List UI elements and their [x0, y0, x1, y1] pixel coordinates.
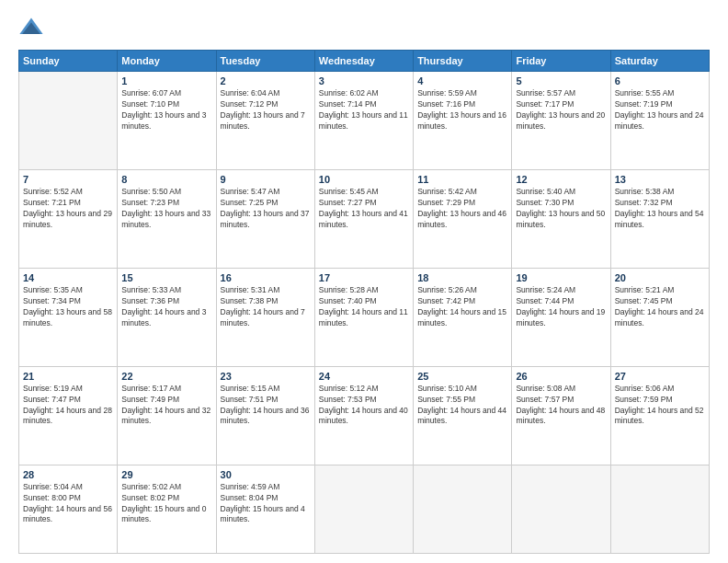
day-info: Sunrise: 5:08 AMSunset: 7:57 PMDaylight:… — [516, 384, 606, 428]
calendar-cell: 9Sunrise: 5:47 AMSunset: 7:25 PMDaylight… — [216, 169, 314, 268]
day-info: Sunrise: 5:28 AMSunset: 7:40 PMDaylight:… — [319, 285, 409, 329]
day-number: 28 — [23, 469, 113, 480]
calendar-cell: 17Sunrise: 5:28 AMSunset: 7:40 PMDayligh… — [314, 268, 413, 366]
calendar-cell: 16Sunrise: 5:31 AMSunset: 7:38 PMDayligh… — [216, 268, 314, 366]
day-info: Sunrise: 5:35 AMSunset: 7:34 PMDaylight:… — [23, 285, 113, 329]
calendar-cell: 12Sunrise: 5:40 AMSunset: 7:30 PMDayligh… — [512, 169, 610, 268]
week-row-4: 21Sunrise: 5:19 AMSunset: 7:47 PMDayligh… — [19, 366, 710, 465]
calendar-cell — [19, 72, 118, 170]
calendar-cell: 25Sunrise: 5:10 AMSunset: 7:55 PMDayligh… — [414, 366, 512, 465]
calendar-cell: 28Sunrise: 5:04 AMSunset: 8:00 PMDayligh… — [19, 465, 118, 553]
day-info: Sunrise: 6:07 AMSunset: 7:10 PMDaylight:… — [121, 88, 211, 132]
day-info: Sunrise: 5:15 AMSunset: 7:51 PMDaylight:… — [221, 384, 311, 428]
calendar-cell — [610, 465, 709, 553]
calendar-cell: 23Sunrise: 5:15 AMSunset: 7:51 PMDayligh… — [216, 366, 314, 465]
day-info: Sunrise: 6:02 AMSunset: 7:14 PMDaylight:… — [319, 88, 409, 132]
calendar-cell: 15Sunrise: 5:33 AMSunset: 7:36 PMDayligh… — [118, 268, 216, 366]
day-number: 16 — [221, 272, 311, 283]
calendar-cell — [314, 465, 413, 553]
weekday-thursday: Thursday — [414, 51, 512, 72]
calendar-cell: 14Sunrise: 5:35 AMSunset: 7:34 PMDayligh… — [19, 268, 118, 366]
calendar-cell: 4Sunrise: 5:59 AMSunset: 7:16 PMDaylight… — [414, 72, 512, 170]
day-info: Sunrise: 5:19 AMSunset: 7:47 PMDaylight:… — [23, 384, 113, 428]
day-info: Sunrise: 5:42 AMSunset: 7:29 PMDaylight:… — [417, 187, 507, 231]
day-info: Sunrise: 5:10 AMSunset: 7:55 PMDaylight:… — [417, 384, 507, 428]
weekday-friday: Friday — [512, 51, 610, 72]
day-number: 30 — [221, 469, 311, 480]
day-number: 10 — [319, 174, 409, 185]
calendar-cell: 29Sunrise: 5:02 AMSunset: 8:02 PMDayligh… — [118, 465, 216, 553]
day-number: 25 — [417, 371, 507, 382]
calendar-cell: 1Sunrise: 6:07 AMSunset: 7:10 PMDaylight… — [118, 72, 216, 170]
weekday-saturday: Saturday — [610, 51, 709, 72]
day-info: Sunrise: 5:04 AMSunset: 8:00 PMDaylight:… — [23, 482, 113, 526]
day-number: 19 — [516, 272, 606, 283]
calendar-cell: 2Sunrise: 6:04 AMSunset: 7:12 PMDaylight… — [216, 72, 314, 170]
day-info: Sunrise: 5:24 AMSunset: 7:44 PMDaylight:… — [516, 285, 606, 329]
day-number: 17 — [319, 272, 409, 283]
day-info: Sunrise: 5:06 AMSunset: 7:59 PMDaylight:… — [615, 384, 705, 428]
calendar-cell: 18Sunrise: 5:26 AMSunset: 7:42 PMDayligh… — [414, 268, 512, 366]
calendar-cell: 30Sunrise: 4:59 AMSunset: 8:04 PMDayligh… — [216, 465, 314, 553]
day-number: 29 — [121, 469, 211, 480]
day-info: Sunrise: 5:17 AMSunset: 7:49 PMDaylight:… — [121, 384, 211, 428]
calendar-cell: 21Sunrise: 5:19 AMSunset: 7:47 PMDayligh… — [19, 366, 118, 465]
day-info: Sunrise: 6:04 AMSunset: 7:12 PMDaylight:… — [221, 88, 311, 132]
day-number: 15 — [121, 272, 211, 283]
calendar-cell: 26Sunrise: 5:08 AMSunset: 7:57 PMDayligh… — [512, 366, 610, 465]
day-info: Sunrise: 5:31 AMSunset: 7:38 PMDaylight:… — [221, 285, 311, 329]
weekday-monday: Monday — [118, 51, 216, 72]
day-number: 24 — [319, 371, 409, 382]
day-info: Sunrise: 5:59 AMSunset: 7:16 PMDaylight:… — [417, 88, 507, 132]
day-info: Sunrise: 5:02 AMSunset: 8:02 PMDaylight:… — [121, 482, 211, 526]
day-number: 27 — [615, 371, 705, 382]
week-row-2: 7Sunrise: 5:52 AMSunset: 7:21 PMDaylight… — [19, 169, 710, 268]
weekday-header-row: SundayMondayTuesdayWednesdayThursdayFrid… — [19, 51, 710, 72]
day-number: 18 — [417, 272, 507, 283]
day-info: Sunrise: 5:52 AMSunset: 7:21 PMDaylight:… — [23, 187, 113, 231]
day-number: 3 — [319, 75, 409, 86]
day-number: 26 — [516, 371, 606, 382]
week-row-3: 14Sunrise: 5:35 AMSunset: 7:34 PMDayligh… — [19, 268, 710, 366]
day-number: 8 — [121, 174, 211, 185]
calendar-cell: 13Sunrise: 5:38 AMSunset: 7:32 PMDayligh… — [610, 169, 709, 268]
calendar-cell: 7Sunrise: 5:52 AMSunset: 7:21 PMDaylight… — [19, 169, 118, 268]
logo — [18, 15, 46, 40]
calendar-cell: 27Sunrise: 5:06 AMSunset: 7:59 PMDayligh… — [610, 366, 709, 465]
weekday-tuesday: Tuesday — [216, 51, 314, 72]
day-number: 12 — [516, 174, 606, 185]
calendar-cell: 19Sunrise: 5:24 AMSunset: 7:44 PMDayligh… — [512, 268, 610, 366]
day-info: Sunrise: 5:47 AMSunset: 7:25 PMDaylight:… — [221, 187, 311, 231]
weekday-wednesday: Wednesday — [314, 51, 413, 72]
day-number: 1 — [121, 75, 211, 86]
day-number: 11 — [417, 174, 507, 185]
day-number: 14 — [23, 272, 113, 283]
day-number: 7 — [23, 174, 113, 185]
day-number: 9 — [221, 174, 311, 185]
week-row-1: 1Sunrise: 6:07 AMSunset: 7:10 PMDaylight… — [19, 72, 710, 170]
day-info: Sunrise: 5:50 AMSunset: 7:23 PMDaylight:… — [121, 187, 211, 231]
day-number: 2 — [221, 75, 311, 86]
day-number: 20 — [615, 272, 705, 283]
logo-icon — [18, 15, 44, 40]
calendar-cell — [414, 465, 512, 553]
calendar-cell: 3Sunrise: 6:02 AMSunset: 7:14 PMDaylight… — [314, 72, 413, 170]
day-info: Sunrise: 5:40 AMSunset: 7:30 PMDaylight:… — [516, 187, 606, 231]
calendar-cell: 10Sunrise: 5:45 AMSunset: 7:27 PMDayligh… — [314, 169, 413, 268]
day-info: Sunrise: 5:26 AMSunset: 7:42 PMDaylight:… — [417, 285, 507, 329]
calendar-cell: 6Sunrise: 5:55 AMSunset: 7:19 PMDaylight… — [610, 72, 709, 170]
calendar-cell: 11Sunrise: 5:42 AMSunset: 7:29 PMDayligh… — [414, 169, 512, 268]
day-info: Sunrise: 4:59 AMSunset: 8:04 PMDaylight:… — [221, 482, 311, 526]
day-number: 13 — [615, 174, 705, 185]
day-number: 23 — [221, 371, 311, 382]
calendar-table: SundayMondayTuesdayWednesdayThursdayFrid… — [18, 50, 710, 554]
day-info: Sunrise: 5:57 AMSunset: 7:17 PMDaylight:… — [516, 88, 606, 132]
day-number: 6 — [615, 75, 705, 86]
calendar-cell: 24Sunrise: 5:12 AMSunset: 7:53 PMDayligh… — [314, 366, 413, 465]
calendar-cell: 22Sunrise: 5:17 AMSunset: 7:49 PMDayligh… — [118, 366, 216, 465]
day-info: Sunrise: 5:21 AMSunset: 7:45 PMDaylight:… — [615, 285, 705, 329]
day-number: 4 — [417, 75, 507, 86]
week-row-5: 28Sunrise: 5:04 AMSunset: 8:00 PMDayligh… — [19, 465, 710, 553]
day-number: 22 — [121, 371, 211, 382]
calendar-cell: 5Sunrise: 5:57 AMSunset: 7:17 PMDaylight… — [512, 72, 610, 170]
